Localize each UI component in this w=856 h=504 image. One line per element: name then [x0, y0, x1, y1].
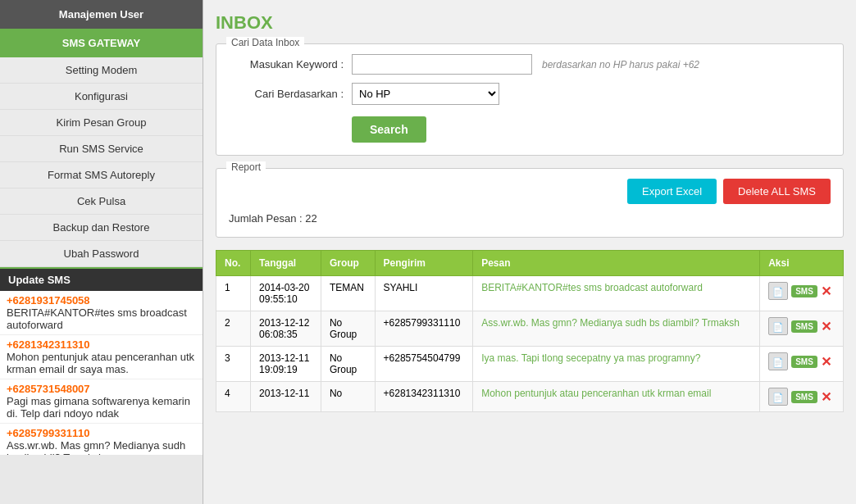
jumlah-pesan: Jumlah Pesan : 22 [229, 212, 831, 225]
report-actions: Export Excel Delete ALL SMS [229, 179, 831, 204]
table-body: 12014-03-20 09:55:10TEMANSYAHLIBERITA#KA… [216, 276, 844, 412]
td-aksi: 📄 SMS ✕ [760, 382, 844, 412]
td-pengirim: +6285799331110 [375, 311, 473, 347]
sms-phone: +6281931745058 [7, 294, 196, 306]
sms-entry: +6285731548007Pagi mas gimana softwareny… [0, 379, 203, 424]
update-sms-header: Update SMS [0, 269, 203, 291]
keyword-input[interactable] [352, 54, 532, 75]
search-section: Cari Data Inbox Masukan Keyword : berdas… [216, 43, 844, 156]
keyword-row: Masukan Keyword : berdasarkan no HP haru… [229, 54, 831, 75]
td-aksi: 📄 SMS ✕ [760, 311, 844, 347]
sms-icon[interactable]: SMS [791, 356, 817, 368]
sms-text: Pagi mas gimana softwarenya kemarin di. … [7, 395, 196, 420]
keyword-hint: berdasarkan no HP harus pakai +62 [542, 59, 699, 70]
sidebar: Manajemen User SMS GATEWAY Setting Modem… [0, 0, 203, 504]
delete-all-sms-button[interactable]: Delete ALL SMS [723, 179, 831, 204]
td-pesan: Ass.wr.wb. Mas gmn? Medianya sudh bs dia… [473, 311, 760, 347]
cari-label: Cari Berdasarkan : [229, 88, 352, 100]
td-tanggal: 2013-12-12 06:08:35 [251, 311, 321, 347]
view-icon[interactable]: 📄 [768, 317, 788, 335]
keyword-label: Masukan Keyword : [229, 58, 352, 70]
td-no: 4 [216, 382, 251, 412]
td-pesan: Iya mas. Tapi tlong secepatny ya mas pro… [473, 347, 760, 382]
sms-icon[interactable]: SMS [791, 285, 817, 297]
sms-text: BERITA#KANTOR#tes sms broadcast autoforw… [7, 306, 196, 331]
sms-phone: +6281342311310 [7, 338, 196, 351]
th-group: Group [321, 251, 375, 276]
cari-row: Cari Berdasarkan : No HPPengirimPesan [229, 83, 831, 105]
sms-entry: +6281931745058BERITA#KANTOR#tes sms broa… [0, 291, 203, 335]
inbox-table: No.TanggalGroupPengirimPesanAksi 12014-0… [216, 250, 844, 412]
td-pesan: Mohon pentunjuk atau penceranhan utk krm… [473, 382, 760, 412]
sms-text: Mohon pentunjuk atau penceranhan utk krm… [7, 351, 196, 375]
delete-icon[interactable]: ✕ [821, 389, 831, 405]
td-no: 2 [216, 311, 251, 347]
td-no: 1 [216, 276, 251, 311]
view-icon[interactable]: 📄 [768, 352, 788, 370]
sidebar-item-run-sms-service[interactable]: Run SMS Service [0, 136, 203, 162]
sms-entry: +6281342311310Mohon pentunjuk atau pence… [0, 335, 203, 379]
sidebar-item-backup-dan-restore[interactable]: Backup dan Restore [0, 215, 203, 241]
sidebar-menu: Setting ModemKonfigurasiKirim Pesan Grou… [0, 57, 203, 267]
update-sms-scroll[interactable]: +6281931745058BERITA#KANTOR#tes sms broa… [0, 291, 203, 455]
sms-entry: +6285799331110Ass.wr.wb. Mas gmn? Median… [0, 424, 203, 455]
td-group: No Group [321, 311, 375, 347]
td-aksi: 📄 SMS ✕ [760, 347, 844, 382]
delete-icon[interactable]: ✕ [821, 319, 831, 334]
sidebar-item-cek-pulsa[interactable]: Cek Pulsa [0, 188, 203, 215]
search-button[interactable]: Search [352, 116, 426, 143]
td-tanggal: 2013-12-11 [251, 382, 321, 412]
manajemen-user-header[interactable]: Manajemen User [0, 0, 203, 29]
sidebar-item-format-sms-autoreply[interactable]: Format SMS Autoreply [0, 162, 203, 188]
sms-phone: +6285799331110 [7, 427, 196, 439]
td-group: TEMAN [321, 276, 375, 311]
sidebar-item-ubah-password[interactable]: Ubah Password [0, 241, 203, 267]
delete-icon[interactable]: ✕ [821, 284, 831, 299]
search-section-label: Cari Data Inbox [226, 37, 304, 48]
sms-text: Ass.wr.wb. Mas gmn? Medianya sudh bs dia… [7, 439, 196, 455]
table-row: 12014-03-20 09:55:10TEMANSYAHLIBERITA#KA… [216, 276, 844, 311]
sms-icon[interactable]: SMS [791, 391, 817, 403]
delete-icon[interactable]: ✕ [821, 354, 831, 370]
sidebar-item-kirim-pesan-group[interactable]: Kirim Pesan Group [0, 110, 203, 136]
th-no: No. [216, 251, 251, 276]
th-pengirim: Pengirim [375, 251, 473, 276]
sidebar-item-konfigurasi[interactable]: Konfigurasi [0, 84, 203, 110]
td-pengirim: +6281342311310 [375, 382, 473, 412]
sidebar-item-setting-modem[interactable]: Setting Modem [0, 57, 203, 84]
td-tanggal: 2013-12-11 19:09:19 [251, 347, 321, 382]
td-pesan: BERITA#KANTOR#tes sms broadcast autoforw… [473, 276, 760, 311]
view-icon[interactable]: 📄 [768, 388, 788, 406]
td-no: 3 [216, 347, 251, 382]
sms-icon[interactable]: SMS [791, 320, 817, 333]
td-pengirim: +6285754504799 [375, 347, 473, 382]
td-pengirim: SYAHLI [375, 276, 473, 311]
th-pesan: Pesan [473, 251, 760, 276]
update-sms-section: Update SMS +6281931745058BERITA#KANTOR#t… [0, 267, 203, 455]
td-tanggal: 2014-03-20 09:55:10 [251, 276, 321, 311]
report-label: Report [226, 161, 266, 173]
table-row: 22013-12-12 06:08:35No Group+62857993311… [216, 311, 844, 347]
table-header-row: No.TanggalGroupPengirimPesanAksi [216, 251, 844, 276]
main-content: INBOX Cari Data Inbox Masukan Keyword : … [203, 0, 856, 504]
cari-select[interactable]: No HPPengirimPesan [352, 83, 499, 105]
td-group: No Group [321, 347, 375, 382]
view-icon[interactable]: 📄 [768, 282, 788, 300]
sms-gateway-button[interactable]: SMS GATEWAY [0, 29, 203, 57]
table-row: 42013-12-11No+6281342311310Mohon pentunj… [216, 382, 844, 412]
td-group: No [321, 382, 375, 412]
cari-select-wrap: No HPPengirimPesan [352, 83, 499, 105]
th-aksi: Aksi [760, 251, 844, 276]
page-title: INBOX [216, 12, 844, 34]
td-aksi: 📄 SMS ✕ [760, 276, 844, 311]
export-excel-button[interactable]: Export Excel [627, 179, 717, 204]
th-tanggal: Tanggal [251, 251, 321, 276]
table-row: 32013-12-11 19:09:19No Group+62857545047… [216, 347, 844, 382]
sms-phone: +6285731548007 [7, 383, 196, 395]
report-section: Report Export Excel Delete ALL SMS Jumla… [216, 168, 844, 238]
